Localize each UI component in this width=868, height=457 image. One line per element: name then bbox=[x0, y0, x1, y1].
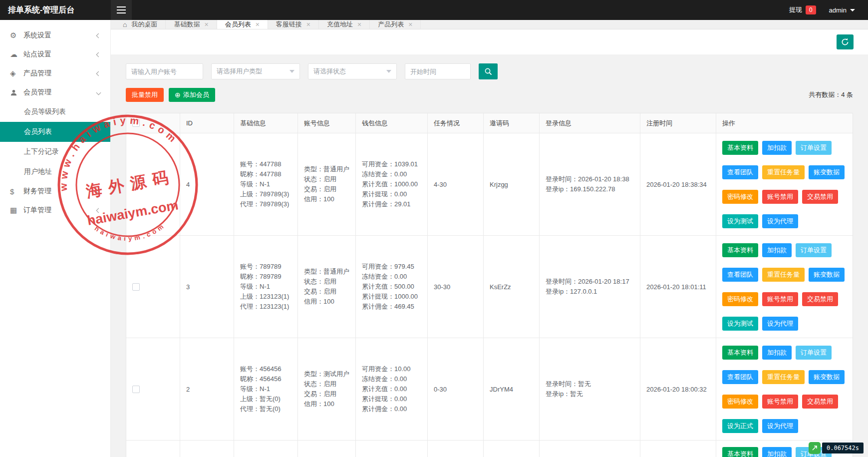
invite-code-cell: Krjzgg bbox=[484, 133, 540, 236]
action-button[interactable]: 重置任务量 bbox=[762, 165, 805, 179]
action-button[interactable]: 设为代理 bbox=[762, 419, 798, 433]
action-button[interactable]: 账号禁用 bbox=[762, 292, 798, 306]
row-checkbox[interactable] bbox=[132, 181, 140, 188]
id-cell: 3 bbox=[180, 236, 234, 338]
action-button[interactable]: 订单设置 bbox=[796, 141, 832, 155]
action-button[interactable]: 重置任务量 bbox=[762, 370, 805, 384]
action-button[interactable]: 设为代理 bbox=[762, 214, 798, 228]
account-input[interactable] bbox=[126, 63, 203, 79]
tab-service-link[interactable]: 客服链接 × bbox=[268, 20, 319, 29]
toolbar-strip bbox=[111, 29, 868, 54]
action-button[interactable]: 账号禁用 bbox=[762, 190, 798, 204]
action-button[interactable]: 查看团队 bbox=[722, 165, 758, 179]
add-member-button[interactable]: ⊕ 添加会员 bbox=[169, 88, 215, 102]
sidebar-item-site-settings[interactable]: ☁ 站点设置 bbox=[0, 45, 110, 64]
sidebar-item-order-management[interactable]: ▦ 订单管理 bbox=[0, 201, 110, 220]
col-header-login-info: 登录信息 bbox=[540, 113, 640, 133]
action-button[interactable]: 查看团队 bbox=[722, 268, 758, 282]
action-button[interactable]: 设为代理 bbox=[762, 317, 798, 331]
action-button[interactable]: 交易禁用 bbox=[802, 292, 838, 306]
action-button[interactable]: 加扣款 bbox=[762, 346, 792, 360]
action-button[interactable]: 基本资料 bbox=[722, 346, 758, 360]
batch-disable-button[interactable]: 批量禁用 bbox=[126, 88, 164, 102]
refresh-button[interactable] bbox=[837, 34, 854, 49]
close-icon[interactable]: × bbox=[256, 21, 260, 28]
tab-my-desktop[interactable]: ⌂ 我的桌面 bbox=[115, 20, 166, 29]
action-button[interactable]: 密码修改 bbox=[722, 292, 758, 306]
action-button[interactable]: 交易禁用 bbox=[802, 190, 838, 204]
sidebar-item-product-management[interactable]: ◈ 产品管理 bbox=[0, 64, 110, 83]
search-button[interactable] bbox=[479, 63, 498, 79]
start-time-input[interactable] bbox=[405, 63, 471, 79]
action-button[interactable]: 设为测试 bbox=[722, 317, 758, 331]
info-line: 冻结资金：0.00 bbox=[362, 374, 407, 384]
sidebar-item-score-records[interactable]: 上下分记录 bbox=[0, 142, 110, 162]
info-line: 昵称：456456 bbox=[240, 374, 281, 384]
action-button[interactable]: 密码修改 bbox=[722, 190, 758, 204]
action-button[interactable]: 重置任务量 bbox=[762, 268, 805, 282]
action-button[interactable]: 加扣款 bbox=[762, 243, 792, 257]
action-button[interactable]: 订单设置 bbox=[796, 346, 832, 360]
info-line: 交易：启用 bbox=[304, 389, 336, 399]
action-button-row: 查看团队重置任务量账变数据 bbox=[722, 268, 845, 282]
action-button[interactable]: 密码修改 bbox=[722, 395, 758, 409]
tab-product-list[interactable]: 产品列表 × bbox=[370, 20, 421, 29]
action-button[interactable]: 交易禁用 bbox=[802, 395, 838, 409]
actions-cell: 基本资料加扣款订单设置查看团队重置任务量账变数据密码修改账号禁用交易禁用设为测试… bbox=[716, 236, 853, 338]
row-select-cell bbox=[126, 441, 180, 457]
close-icon[interactable]: × bbox=[357, 21, 361, 28]
sidebar: ⚙ 系统设置 ☁ 站点设置 ◈ 产品管理 会员管理 会员等级列表 会员列 bbox=[0, 20, 111, 457]
info-line: 可用资金：10.00 bbox=[362, 364, 411, 374]
action-button[interactable]: 设为正式 bbox=[722, 419, 758, 433]
close-icon[interactable]: × bbox=[204, 21, 208, 28]
chevron-left-icon bbox=[96, 33, 101, 38]
tab-basic-data[interactable]: 基础数据 × bbox=[166, 20, 217, 29]
sidebar-item-member-management[interactable]: 会员管理 bbox=[0, 83, 110, 102]
close-icon[interactable]: × bbox=[408, 21, 412, 28]
wallet-info-cell: 可用资金：1039.01冻结资金：0.00累计充值：1000.00累计提现：0.… bbox=[356, 133, 428, 236]
user-menu[interactable]: admin bbox=[829, 6, 855, 14]
action-button[interactable]: 账变数据 bbox=[809, 165, 845, 179]
action-button[interactable]: 基本资料 bbox=[722, 141, 758, 155]
add-member-label: 添加会员 bbox=[183, 90, 209, 99]
info-line: 等级：N-1 bbox=[240, 282, 270, 292]
status-select[interactable]: 请选择状态 bbox=[308, 63, 397, 79]
tab-member-list[interactable]: 会员列表 × bbox=[217, 20, 268, 29]
action-button[interactable]: 加扣款 bbox=[762, 447, 792, 457]
speed-indicator-icon[interactable] bbox=[809, 442, 821, 454]
row-checkbox[interactable] bbox=[132, 283, 140, 291]
action-button[interactable]: 基本资料 bbox=[722, 447, 758, 457]
sidebar-item-user-address[interactable]: 用户地址 bbox=[0, 162, 110, 182]
sidebar-item-member-level-list[interactable]: 会员等级列表 bbox=[0, 102, 110, 122]
user-type-select[interactable]: 请选择用户类型 bbox=[211, 63, 300, 79]
id-cell: 4 bbox=[180, 133, 234, 236]
withdraw-link[interactable]: 提现 0 bbox=[789, 5, 816, 14]
info-line: 信用：100 bbox=[304, 297, 334, 307]
table-row: 3账号：789789昵称：789789等级：N-1上级：123123(1)代理：… bbox=[126, 236, 853, 338]
info-line: 累计充值：0.00 bbox=[362, 384, 407, 394]
action-button[interactable]: 查看团队 bbox=[722, 370, 758, 384]
close-icon[interactable]: × bbox=[306, 21, 310, 28]
sidebar-item-finance-management[interactable]: $ 财务管理 bbox=[0, 182, 110, 201]
sidebar-item-member-list[interactable]: 会员列表 bbox=[0, 122, 110, 142]
select-all-checkbox[interactable] bbox=[132, 119, 140, 127]
action-button[interactable]: 订单设置 bbox=[796, 243, 832, 257]
cloud-icon: ☁ bbox=[10, 50, 23, 59]
sidebar-toggle-button[interactable] bbox=[111, 0, 132, 20]
action-button[interactable]: 账变数据 bbox=[809, 268, 845, 282]
action-button[interactable]: 账变数据 bbox=[809, 370, 845, 384]
info-line: 信用：100 bbox=[304, 399, 334, 409]
info-line: 累计提现：1000.00 bbox=[362, 292, 418, 302]
row-select-cell bbox=[126, 338, 180, 441]
action-button[interactable]: 基本资料 bbox=[722, 243, 758, 257]
action-button[interactable]: 设为测试 bbox=[722, 214, 758, 228]
row-checkbox[interactable] bbox=[132, 386, 140, 393]
tab-recharge-address[interactable]: 充值地址 × bbox=[319, 20, 370, 29]
sidebar-item-system-settings[interactable]: ⚙ 系统设置 bbox=[0, 26, 110, 45]
sidebar-item-label: 产品管理 bbox=[23, 69, 97, 78]
table-row: 4账号：447788昵称：447788等级：N-1上级：789789(3)代理：… bbox=[126, 133, 853, 236]
sidebar-item-label: 财务管理 bbox=[23, 187, 97, 196]
action-button[interactable]: 账号禁用 bbox=[762, 395, 798, 409]
action-button[interactable]: 加扣款 bbox=[762, 141, 792, 155]
top-header: 排单系统-管理后台 提现 0 admin bbox=[0, 0, 868, 20]
